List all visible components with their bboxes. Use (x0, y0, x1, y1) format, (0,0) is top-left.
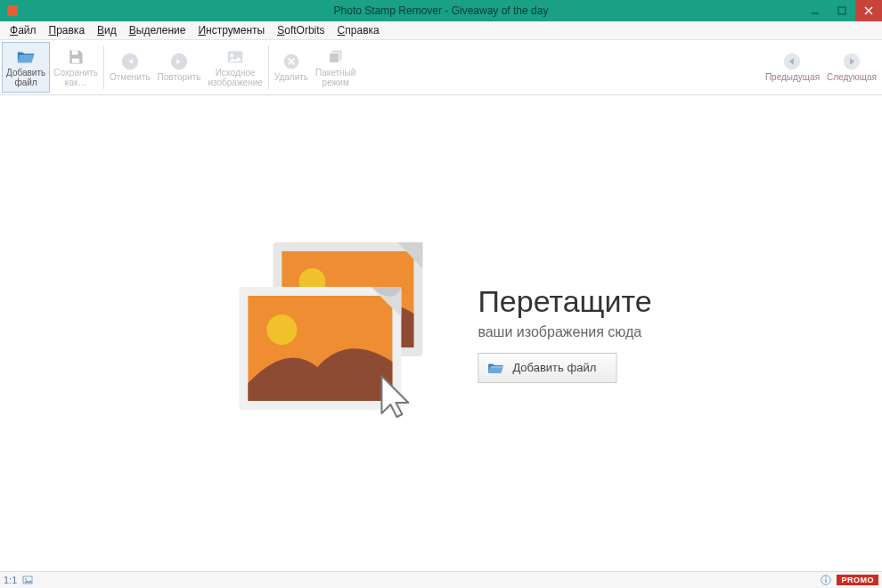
prev-button[interactable]: Предыдущая (762, 42, 823, 93)
undo-icon (120, 52, 140, 71)
drop-prompt: Перетащите ваши изображения сюда Добавит… (230, 233, 651, 433)
arrow-left-icon (782, 52, 802, 71)
info-icon[interactable] (821, 575, 831, 585)
svg-point-22 (266, 314, 297, 345)
zoom-level[interactable]: 1:1 (4, 575, 17, 585)
delete-icon (282, 52, 301, 71)
menu-help[interactable]: Справка (331, 22, 386, 38)
canvas-area[interactable]: Перетащите ваши изображения сюда Добавит… (0, 95, 882, 571)
image-refresh-icon (225, 47, 245, 67)
redo-button[interactable]: Повторить (154, 42, 205, 93)
app-icon (7, 5, 18, 16)
redo-icon (169, 52, 189, 71)
image-info-icon[interactable] (22, 575, 33, 585)
toolbar-separator (103, 45, 104, 89)
batch-icon (326, 47, 346, 67)
window-title: Photo Stamp Remover - Giveaway of the da… (0, 4, 882, 17)
menu-view[interactable]: Вид (91, 22, 123, 38)
original-image-button[interactable]: Исходное изображение (204, 42, 265, 93)
batch-mode-button[interactable]: Пакетный режим (312, 42, 359, 93)
promo-badge[interactable]: PROMO (837, 575, 878, 585)
maximize-button[interactable] (829, 0, 855, 21)
next-button[interactable]: Следующая (823, 42, 880, 93)
titlebar: Photo Stamp Remover - Giveaway of the da… (0, 0, 882, 21)
open-folder-icon (16, 47, 36, 67)
drop-illustration (230, 233, 453, 433)
svg-rect-26 (826, 579, 827, 583)
menu-file[interactable]: Файл (4, 22, 43, 38)
menu-bar: Файл Правка Вид Выделение Инструменты So… (0, 21, 882, 40)
svg-rect-4 (72, 51, 78, 55)
save-as-button[interactable]: Сохранить как… (50, 42, 102, 93)
drop-headline: Перетащите (478, 284, 651, 319)
undo-button[interactable]: Отменить (106, 42, 154, 93)
maximize-icon (837, 6, 846, 15)
add-file-center-label: Добавить файл (512, 361, 596, 374)
close-button[interactable] (855, 0, 882, 21)
toolbar-separator (268, 45, 269, 89)
svg-point-9 (231, 53, 234, 57)
app-window: Photo Stamp Remover - Giveaway of the da… (0, 0, 882, 588)
window-controls (802, 0, 882, 21)
status-bar: 1:1 PROMO (0, 571, 882, 588)
menu-edit[interactable]: Правка (43, 22, 92, 38)
drop-text: Перетащите ваши изображения сюда Добавит… (478, 284, 651, 383)
add-file-button[interactable]: Добавить файл (2, 42, 50, 93)
save-icon (66, 47, 86, 67)
drop-subtext: ваши изображения сюда (478, 324, 651, 340)
svg-rect-5 (72, 59, 79, 63)
open-folder-icon (487, 362, 503, 374)
menu-tools[interactable]: Инструменты (192, 22, 271, 38)
toolbar: Добавить файл Сохранить как… Отменить По… (0, 40, 882, 95)
delete-button[interactable]: Удалить (271, 42, 312, 93)
svg-point-24 (25, 578, 27, 580)
menu-softorbits[interactable]: SoftOrbits (271, 22, 331, 38)
minimize-icon (811, 6, 820, 15)
minimize-button[interactable] (802, 0, 829, 21)
svg-rect-14 (329, 53, 339, 62)
svg-rect-27 (826, 577, 827, 578)
menu-selection[interactable]: Выделение (123, 22, 192, 38)
svg-rect-1 (838, 7, 845, 14)
arrow-right-icon (842, 52, 862, 71)
add-file-center-button[interactable]: Добавить файл (478, 353, 617, 383)
close-icon (864, 6, 873, 15)
